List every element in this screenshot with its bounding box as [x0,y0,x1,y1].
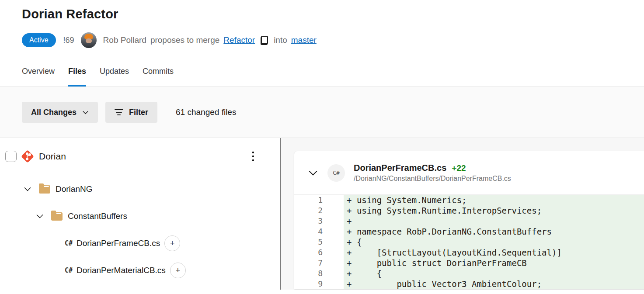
tab-files[interactable]: Files [68,67,86,86]
collapse-chevron-icon[interactable] [307,167,319,179]
tab-updates[interactable]: Updates [100,67,129,86]
diff-file-path: /DorianNG/ConstantBuffers/DorianPerFrame… [354,175,511,183]
code-line: 5+ { [294,237,644,247]
chevron-down-icon [82,109,89,116]
filter-icon [115,108,123,116]
diff-area: C# DorianPerFrameCB.cs +22 /DorianNG/Con… [281,138,644,290]
line-number: 5 [294,237,344,247]
tree-folder-dorianng[interactable]: DorianNG [0,176,280,203]
file-added-badge: + [170,263,186,278]
code-line: 9+ public Vector3 AmbientColour; [294,279,644,289]
csharp-file-badge: C# [327,164,345,182]
tree-file-dorianperframecb[interactable]: C# DorianPerFrameCB.cs + [0,230,280,257]
folder-label: DorianNG [56,184,92,194]
action-text: proposes to merge [150,35,219,45]
filter-toolbar: All Changes Filter 61 changed files [0,87,644,138]
code-line: 6+ [StructLayout(LayoutKind.Sequential)] [294,247,644,258]
merge-description: Rob Pollard proposes to merge Refactor i… [103,35,317,45]
code-text: + [344,216,644,226]
tab-commits[interactable]: Commits [143,67,174,86]
repo-name: Dorian [39,151,66,162]
tree-file-dorianpermaterialcb[interactable]: C# DorianPerMaterialCB.cs + [0,257,280,284]
line-number: 9 [294,279,344,289]
code-text: + public Vector3 AmbientColour; [344,279,644,289]
diff-card-header: C# DorianPerFrameCB.cs +22 /DorianNG/Con… [294,151,644,195]
code-line: 4+ namespace RobP.DorianNG.ConstantBuffe… [294,226,644,237]
pr-meta-row: Active !69 Rob Pollard proposes to merge… [22,32,644,48]
git-repo-icon [21,149,35,163]
csharp-file-icon: C# [65,239,73,247]
all-changes-dropdown[interactable]: All Changes [22,102,98,123]
code-line: 1+ using System.Numerics; [294,195,644,205]
code-text: + [StructLayout(LayoutKind.Sequential)] [344,247,644,258]
folder-label: ConstantBuffers [68,211,127,221]
repo-row[interactable]: Dorian [0,148,280,165]
code-line: 3+ [294,216,644,226]
diff-card: C# DorianPerFrameCB.cs +22 /DorianNG/Con… [294,151,644,289]
changed-files-count: 61 changed files [176,107,236,117]
folder-icon [39,185,50,194]
line-number: 2 [294,205,344,216]
code-text: + namespace RobP.DorianNG.ConstantBuffer… [344,226,644,237]
file-label: DorianPerFrameCB.cs [77,239,160,248]
diff-file-name: DorianPerFrameCB.cs [354,163,446,173]
files-content: Dorian DorianNG ConstantBuffers C# Doria… [0,138,644,290]
author-name: Rob Pollard [103,35,146,45]
file-head: DorianPerFrameCB.cs +22 /DorianNG/Consta… [354,163,511,183]
source-branch-link[interactable]: Refactor [223,35,255,45]
code-text: + using System.Runtime.InteropServices; [344,205,644,216]
avatar [81,32,97,48]
all-changes-label: All Changes [31,108,77,117]
code-line: 8+ { [294,268,644,279]
filter-button[interactable]: Filter [105,102,157,123]
status-badge: Active [22,33,56,47]
chevron-down-icon[interactable] [35,212,44,221]
into-text: into [274,35,287,45]
copy-icon[interactable] [261,36,268,45]
tab-overview[interactable]: Overview [22,67,55,86]
line-number: 8 [294,268,344,279]
csharp-file-icon: C# [65,266,73,274]
pr-header: Dorian Refactor Active !69 Rob Pollard p… [0,0,644,87]
line-number: 6 [294,247,344,258]
page-title: Dorian Refactor [22,0,644,21]
line-number: 4 [294,226,344,237]
filter-label: Filter [129,108,148,117]
line-number: 3 [294,216,344,226]
file-label: DorianPerMaterialCB.cs [77,266,166,275]
code-text: + { [344,237,644,247]
more-options-icon[interactable] [251,150,256,163]
code-line: 7+ public struct DorianPerFrameCB [294,258,644,268]
line-number: 1 [294,195,344,205]
code-text: + public struct DorianPerFrameCB [344,258,644,268]
target-branch-link[interactable]: master [291,35,317,45]
select-all-checkbox[interactable] [5,151,17,162]
code-text: + { [344,268,644,279]
line-number: 7 [294,258,344,268]
added-lines-count: +22 [452,163,466,173]
pr-id: !69 [63,36,74,45]
code-line: 2+ using System.Runtime.InteropServices; [294,205,644,216]
code-text: + using System.Numerics; [344,195,644,205]
chevron-down-icon[interactable] [23,185,32,194]
diff-code-block: 1+ using System.Numerics; 2+ using Syste… [294,195,644,289]
tree-items: DorianNG ConstantBuffers C# DorianPerFra… [0,176,280,284]
file-tree-panel: Dorian DorianNG ConstantBuffers C# Doria… [0,138,280,290]
folder-icon [51,212,63,221]
tree-folder-constantbuffers[interactable]: ConstantBuffers [0,203,280,230]
tab-bar: Overview Files Updates Commits [22,67,644,86]
file-added-badge: + [164,235,180,251]
